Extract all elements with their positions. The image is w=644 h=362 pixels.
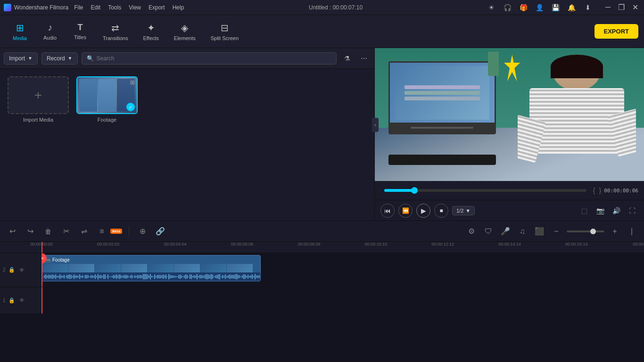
titles-label: Titles: [74, 34, 86, 40]
ai-edit-icon[interactable]: ≡: [95, 225, 108, 238]
track-lock-btn-v2[interactable]: 🔒: [8, 266, 16, 274]
filter-icon[interactable]: ⚗: [340, 52, 354, 65]
headset-icon[interactable]: 🎧: [504, 3, 512, 12]
zoom-in-icon[interactable]: +: [608, 225, 621, 238]
zoom-out-icon[interactable]: −: [550, 225, 563, 238]
zoom-slider[interactable]: [567, 230, 604, 232]
brightness-icon[interactable]: ☀: [487, 3, 496, 12]
save-icon[interactable]: 💾: [552, 3, 560, 12]
toolbar-divider: [129, 227, 129, 236]
record-dropdown[interactable]: Record ▼: [41, 52, 78, 65]
gift-icon[interactable]: 🎁: [520, 3, 528, 12]
audio-bar: [130, 275, 131, 278]
audio-bar: [72, 276, 73, 278]
maximize-btn[interactable]: ❐: [616, 3, 627, 12]
audio-bar: [45, 274, 46, 280]
track-eye-btn-v2[interactable]: 👁: [18, 266, 26, 274]
zoom-handle[interactable]: [590, 229, 596, 234]
fullscreen-add-icon[interactable]: ⬚: [578, 205, 590, 217]
redo-btn[interactable]: ↪: [24, 225, 37, 238]
captions-icon[interactable]: ⬛: [533, 225, 546, 238]
audio-bar: [238, 275, 239, 278]
ruler-mark-2: 00:00:04:04: [164, 242, 187, 247]
track-eye-btn-v1[interactable]: 👁: [18, 296, 26, 304]
footage-thumb[interactable]: ✓ ⊞: [76, 76, 138, 114]
footage-clip[interactable]: 📹 Footage: [41, 255, 261, 281]
menu-edit[interactable]: Edit: [91, 4, 101, 11]
progress-handle[interactable]: [411, 187, 418, 194]
sidebar-collapse-arrow[interactable]: ‹: [372, 118, 379, 132]
music-add-icon[interactable]: ♫: [516, 225, 529, 238]
mic-icon[interactable]: 🎤: [499, 225, 512, 238]
audio-bar: [86, 275, 87, 279]
playhead: ✂: [41, 253, 42, 287]
ruler-inner: 00:00:00:00 00:00:02:02 00:00:04:04 00:0…: [41, 242, 644, 253]
minimize-btn[interactable]: ─: [603, 3, 612, 12]
import-thumb[interactable]: +: [8, 76, 69, 114]
tab-effects[interactable]: ✦ Effects: [136, 19, 165, 44]
tab-audio[interactable]: ♪ Audio: [36, 19, 64, 43]
footage-item[interactable]: ✓ ⊞ Footage: [76, 76, 138, 123]
play-btn[interactable]: ▶: [416, 204, 430, 218]
audio-bar: [256, 275, 257, 278]
elements-icon: ◈: [181, 22, 188, 33]
media-grid: + Import Media ✓ ⊞: [0, 69, 374, 221]
menu-file[interactable]: File: [74, 4, 83, 11]
audio-bar: [113, 275, 114, 278]
audio-bar: [92, 275, 93, 278]
align-btn[interactable]: ⇌: [77, 225, 91, 238]
link-icon[interactable]: 🔗: [154, 225, 167, 238]
menu-export[interactable]: Export: [149, 4, 165, 11]
audio-bar: [112, 276, 113, 278]
track-lock-btn-v1[interactable]: 🔒: [8, 296, 16, 304]
audio-bar: [48, 275, 49, 278]
undo-btn[interactable]: ↩: [6, 225, 19, 238]
ruler-mark-7: 00:00:14:14: [498, 242, 521, 247]
tab-elements[interactable]: ◈ Elements: [167, 19, 202, 44]
main-toolbar: ⊞ Media ♪ Audio T Titles ⇄ Transitions ✦…: [0, 15, 644, 48]
progress-bar[interactable]: [384, 189, 586, 192]
menu-view[interactable]: View: [129, 4, 141, 11]
prev-frame-btn[interactable]: ⏮: [380, 204, 395, 218]
download-icon[interactable]: ⬇: [584, 3, 592, 12]
audio-bar: [219, 274, 220, 279]
audio-bar: [75, 275, 76, 278]
menu-help[interactable]: Help: [173, 4, 184, 11]
export-button[interactable]: EXPORT: [594, 24, 638, 39]
record-arrow: ▼: [68, 56, 73, 61]
tab-titles[interactable]: T Titles: [66, 20, 94, 43]
import-media-item[interactable]: + Import Media: [8, 76, 69, 123]
app-logo: Wondershare Filmora: [4, 4, 68, 11]
delete-btn[interactable]: 🗑: [41, 225, 55, 238]
settings-icon[interactable]: ⚙: [465, 225, 478, 238]
menu-tools[interactable]: Tools: [108, 4, 121, 11]
fullscreen-icon[interactable]: ⛶: [626, 205, 638, 217]
brace-close-icon[interactable]: }: [598, 187, 602, 194]
search-box[interactable]: 🔍: [82, 52, 337, 65]
tab-transitions[interactable]: ⇄ Transitions: [96, 19, 134, 44]
audio-bar: [199, 275, 200, 279]
bell-icon[interactable]: 🔔: [568, 3, 576, 12]
volume-icon[interactable]: 🔊: [610, 205, 622, 217]
add-to-timeline-icon[interactable]: ⊕: [136, 225, 149, 238]
tab-split-screen[interactable]: ⊟ Split Screen: [204, 19, 245, 44]
close-btn[interactable]: ✕: [630, 3, 640, 12]
stop-btn[interactable]: ■: [434, 204, 448, 218]
audio-bar: [228, 275, 229, 278]
media-icon: ⊞: [16, 22, 24, 33]
audio-bar: [204, 275, 205, 278]
grid-options-icon[interactable]: ⋯: [357, 52, 371, 65]
split-btn[interactable]: ✂: [59, 225, 73, 238]
step-back-btn[interactable]: ⏪: [398, 204, 413, 218]
tab-media[interactable]: ⊞ Media: [6, 19, 34, 44]
import-dropdown[interactable]: Import ▼: [4, 52, 38, 65]
shield-icon[interactable]: 🛡: [482, 225, 495, 238]
speed-selector[interactable]: 1/2 ▼: [452, 206, 475, 215]
preview-monitor-screen: [390, 63, 495, 123]
user-icon[interactable]: 👤: [536, 3, 544, 12]
vertical-bar-icon[interactable]: |: [625, 225, 638, 238]
audio-bar: [194, 275, 195, 278]
brace-open-icon[interactable]: {: [592, 187, 596, 194]
search-input[interactable]: [97, 55, 331, 62]
screenshot-icon[interactable]: 📷: [594, 205, 606, 217]
